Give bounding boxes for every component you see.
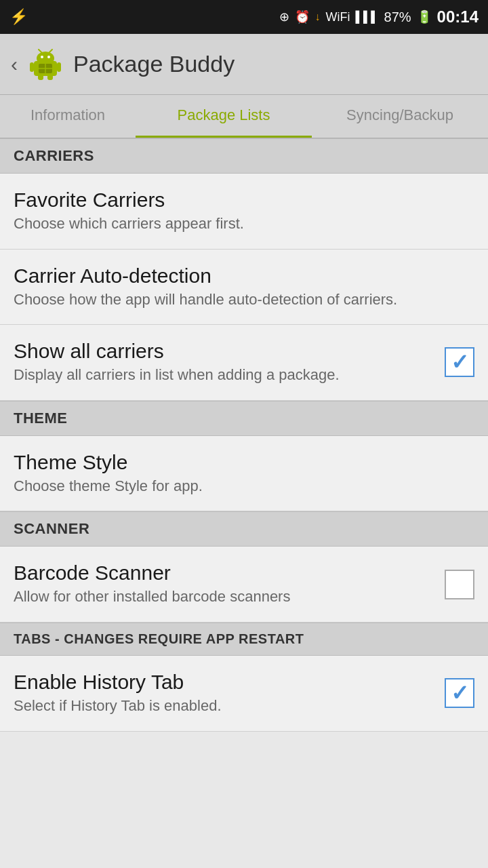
enable-history-tab-title: Enable History Tab (14, 671, 431, 694)
enable-history-tab-desc: Select if History Tab is enabled. (14, 696, 431, 716)
barcode-scanner-checkbox[interactable] (445, 570, 474, 599)
favorite-carriers-title: Favorite Carriers (14, 189, 461, 212)
barcode-scanner-title: Barcode Scanner (14, 561, 431, 585)
check-mark-history: ✓ (451, 680, 469, 706)
theme-style-text: Theme Style Choose theme Style for app. (14, 451, 474, 496)
back-button[interactable]: ‹ (11, 53, 18, 76)
app-bar: ‹ Package Buddy (0, 34, 488, 95)
download-icon: ↓ (315, 11, 321, 23)
svg-rect-8 (38, 75, 43, 80)
carrier-auto-detection-item[interactable]: Carrier Auto-detection Choose how the ap… (0, 250, 488, 326)
tabs-section-header: TABS - CHANGES REQUIRE APP RESTART (0, 623, 488, 656)
show-all-carriers-desc: Display all carriers in list when adding… (14, 366, 431, 385)
carrier-auto-detection-title: Carrier Auto-detection (14, 264, 461, 288)
barcode-scanner-desc: Allow for other installed barcode scanne… (14, 587, 431, 607)
svg-rect-9 (47, 75, 53, 80)
show-all-carriers-item[interactable]: Show all carriers Display all carriers i… (0, 325, 488, 401)
svg-point-1 (37, 52, 54, 65)
show-all-carriers-checkbox[interactable]: ✓ (445, 347, 474, 377)
favorite-carriers-desc: Choose which carriers appear first. (14, 214, 461, 234)
scanner-section-header: SCANNER (0, 511, 488, 547)
settings-content: CARRIERS Favorite Carriers Choose which … (0, 138, 488, 868)
cast-icon: ⊕ (279, 9, 289, 24)
status-bar-left: ⚡ (9, 8, 28, 26)
carrier-auto-detection-desc: Choose how the app will handle auto-dete… (14, 290, 461, 310)
app-title: Package Buddy (73, 51, 235, 77)
app-icon (28, 47, 62, 81)
show-all-carriers-text: Show all carriers Display all carriers i… (14, 340, 445, 385)
barcode-scanner-text: Barcode Scanner Allow for other installe… (14, 561, 445, 607)
usb-icon: ⚡ (9, 8, 28, 26)
tab-syncing[interactable]: Syncing/Backup (312, 95, 488, 138)
theme-style-item[interactable]: Theme Style Choose theme Style for app. (0, 436, 488, 512)
battery-icon: 🔋 (417, 9, 432, 24)
svg-line-4 (39, 50, 41, 52)
svg-point-3 (47, 56, 50, 58)
theme-section-header: THEME (0, 401, 488, 436)
enable-history-tab-item[interactable]: Enable History Tab Select if History Tab… (0, 656, 488, 732)
enable-history-tab-checkbox[interactable]: ✓ (445, 678, 474, 708)
favorite-carriers-text: Favorite Carriers Choose which carriers … (14, 189, 474, 234)
status-bar: ⚡ ⊕ ⏰ ↓ WiFi ▌▌▌ 87% 🔋 00:14 (0, 0, 488, 34)
favorite-carriers-item[interactable]: Favorite Carriers Choose which carriers … (0, 174, 488, 250)
show-all-carriers-title: Show all carriers (14, 340, 431, 363)
tab-information[interactable]: Information (0, 95, 136, 138)
time-display: 00:14 (437, 7, 479, 26)
carrier-auto-detection-text: Carrier Auto-detection Choose how the ap… (14, 264, 474, 310)
check-mark: ✓ (451, 349, 469, 375)
wifi-icon: WiFi (326, 10, 350, 24)
status-bar-right: ⊕ ⏰ ↓ WiFi ▌▌▌ 87% 🔋 00:14 (279, 7, 479, 26)
svg-rect-7 (57, 62, 61, 72)
svg-line-5 (49, 50, 52, 52)
tab-bar: Information Package Lists Syncing/Backup (0, 95, 488, 138)
signal-icon: ▌▌▌ (356, 11, 379, 23)
battery-text: 87% (384, 9, 411, 25)
barcode-scanner-item[interactable]: Barcode Scanner Allow for other installe… (0, 547, 488, 623)
theme-style-desc: Choose theme Style for app. (14, 477, 461, 496)
enable-history-tab-text: Enable History Tab Select if History Tab… (14, 671, 445, 716)
alarm-icon: ⏰ (295, 9, 310, 24)
carriers-section-header: CARRIERS (0, 138, 488, 174)
tab-packagelists[interactable]: Package Lists (136, 95, 312, 138)
svg-point-2 (41, 56, 43, 58)
theme-style-title: Theme Style (14, 451, 461, 474)
svg-rect-6 (30, 62, 34, 72)
